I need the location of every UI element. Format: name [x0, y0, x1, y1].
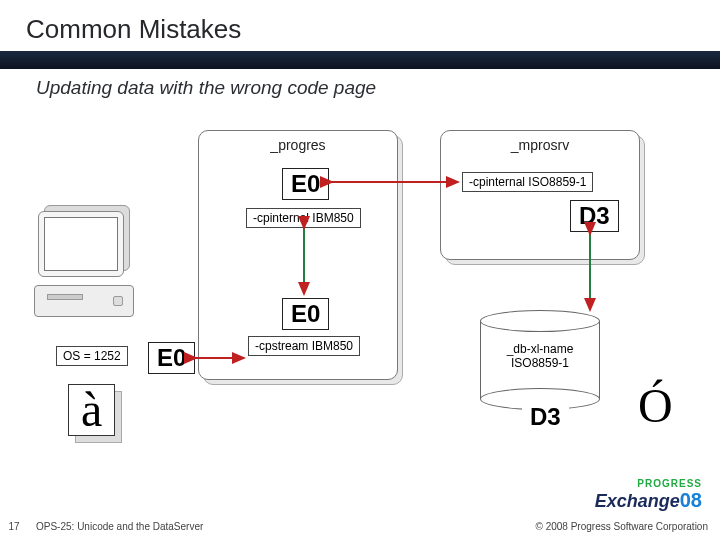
logo-year: 08: [680, 489, 702, 511]
client-box-title: _progres: [270, 137, 325, 153]
label-server-cpinternal: -cpinternal ISO8859-1: [462, 172, 593, 192]
glyph-output: Ó: [638, 378, 673, 433]
glyph-input: à: [68, 384, 115, 436]
db-label: _db-xl-name ISO8859-1: [480, 342, 600, 371]
code-os-out: E0: [148, 342, 195, 374]
page-number: 17: [0, 521, 28, 532]
slide-subtitle: Updating data with the wrong code page: [36, 77, 720, 99]
server-box-title: _mprosrv: [511, 137, 569, 153]
code-server-internal: D3: [570, 200, 619, 232]
logo: PROGRESS Exchange08: [595, 478, 702, 512]
copyright: © 2008 Progress Software Corporation: [536, 521, 708, 532]
os-label: OS = 1252: [56, 346, 128, 366]
code-db-stored: D3: [522, 402, 569, 432]
label-client-cpinternal: -cpinternal IBM850: [246, 208, 361, 228]
title-bar: [0, 51, 720, 69]
slide-title: Common Mistakes: [26, 14, 720, 45]
label-client-cpstream: -cpstream IBM850: [248, 336, 360, 356]
logo-event: Exchange: [595, 491, 680, 511]
footer: 17 OPS-25: Unicode and the DataServer © …: [0, 512, 720, 540]
footer-title: OPS-25: Unicode and the DataServer: [36, 521, 203, 532]
logo-brand: PROGRESS: [595, 478, 702, 489]
computer-icon: [28, 205, 148, 335]
server-box: _mprosrv: [440, 130, 640, 260]
diagram-stage: _progres E0 -cpinternal IBM850 E0 -cpstr…: [0, 110, 720, 470]
code-client-internal: E0: [282, 168, 329, 200]
code-client-stream: E0: [282, 298, 329, 330]
